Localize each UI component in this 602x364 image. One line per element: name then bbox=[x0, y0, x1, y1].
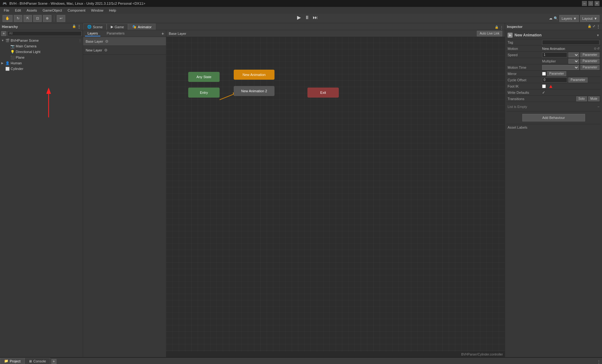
hierarchy-directional-light[interactable]: ▶ 💡 Directional Light bbox=[0, 49, 83, 55]
hierarchy-menu-icon[interactable]: ⋮ bbox=[77, 24, 81, 29]
menu-gameobject[interactable]: GameObject bbox=[40, 8, 65, 13]
menu-edit[interactable]: Edit bbox=[13, 8, 24, 13]
layers-dropdown[interactable]: Layers ▼ bbox=[559, 15, 579, 22]
inspector-menu-icon[interactable]: ⋮ bbox=[596, 24, 600, 29]
inspector-content: ▶ New Animation ▼ Tag Motion New Animati… bbox=[505, 30, 602, 357]
cylinder-label: Cylinder bbox=[11, 67, 23, 71]
tab-console[interactable]: 🖥 Console bbox=[24, 358, 50, 364]
inspector-mirror-checkbox[interactable] bbox=[542, 72, 546, 76]
inspector-anim-options[interactable]: ▼ bbox=[596, 34, 599, 37]
hierarchy-cylinder[interactable]: ▶ ⬜ Cylinder bbox=[0, 66, 83, 72]
pause-button[interactable]: ⏸ bbox=[303, 14, 311, 21]
inspector-motion-time-dropdown[interactable] bbox=[542, 65, 579, 70]
hierarchy-lock-icon[interactable]: 🔒 bbox=[72, 24, 76, 29]
menu-help[interactable]: Help bbox=[106, 8, 119, 13]
auto-live-link-button[interactable]: Auto Live Link bbox=[477, 31, 502, 36]
console-tab-label: Console bbox=[33, 359, 46, 363]
hierarchy-scene-root[interactable]: ▼ 🎬 BVHParser Scene ⋮ bbox=[0, 38, 83, 43]
toolbar-scale-btn[interactable]: ⇱ bbox=[24, 15, 32, 22]
inspector-mute-button[interactable]: Mute bbox=[588, 96, 599, 101]
state-new-animation-2[interactable]: New Animation 2 bbox=[234, 86, 274, 96]
unity-logo: 🎮 bbox=[3, 2, 7, 6]
bottom-menu-icon[interactable]: ⋮ bbox=[597, 360, 601, 364]
inspector-transitions-btns: Solo Mute bbox=[576, 96, 599, 101]
close-button[interactable]: ✕ bbox=[594, 1, 599, 6]
inspector-solo-button[interactable]: Solo bbox=[576, 96, 587, 101]
maximize-button[interactable]: □ bbox=[588, 1, 593, 6]
step-button[interactable]: ⏭ bbox=[312, 14, 319, 21]
tab-project[interactable]: 📁 Project bbox=[0, 358, 24, 364]
toolbar-search-icon[interactable]: 🔍 bbox=[554, 16, 558, 20]
project-add-button[interactable]: + bbox=[51, 359, 56, 364]
animator-parameters-tab[interactable]: Parameters bbox=[104, 31, 127, 36]
layers-add-button[interactable]: + bbox=[162, 31, 164, 36]
tab-animator[interactable]: 🎭 Animator bbox=[128, 24, 156, 30]
tab-scene[interactable]: 🌐 Scene bbox=[83, 24, 107, 30]
state-exit[interactable]: Exit bbox=[307, 88, 339, 98]
minimize-button[interactable]: ─ bbox=[582, 1, 587, 6]
list-empty-minus[interactable]: − bbox=[598, 105, 599, 109]
layer-new-gear[interactable]: ⚙ bbox=[104, 48, 108, 52]
state-entry[interactable]: Entry bbox=[188, 88, 220, 98]
game-tab-label: Game bbox=[115, 25, 124, 29]
inspector-motion-text: New Animation bbox=[542, 47, 565, 51]
toolbar-rotate-btn[interactable]: ↻ bbox=[14, 15, 22, 22]
toolbar-rect-btn[interactable]: ⊡ bbox=[33, 15, 42, 22]
window-title: BVH - BVHParser Scene - Windows, Mac, Li… bbox=[9, 2, 145, 5]
hierarchy-search[interactable] bbox=[8, 31, 82, 36]
inspector-foot-ik-checkbox[interactable] bbox=[542, 84, 546, 88]
inspector-speed-field[interactable] bbox=[542, 52, 567, 57]
layout-dropdown[interactable]: Layout ▼ bbox=[580, 15, 599, 22]
layer-base-gear[interactable]: ⚙ bbox=[105, 39, 109, 44]
hierarchy-add-button[interactable]: + bbox=[1, 31, 6, 36]
inspector-multiplier-param-btn[interactable]: Parameter bbox=[580, 59, 599, 64]
inspector-speed-dropdown[interactable] bbox=[568, 52, 579, 57]
bottom-area: 📁 Project 🖥 Console + ⋮ ▼ ★ Favorites 🔍 … bbox=[0, 357, 602, 364]
inspector-motion-target-icon[interactable]: ⊙ bbox=[594, 47, 596, 50]
layer-item-new[interactable]: New Layer ⚙ bbox=[83, 46, 166, 55]
tab-menu-icon[interactable]: ⋮ bbox=[500, 25, 503, 30]
inspector-header-icons: 🔒 ⤢ ⋮ bbox=[588, 24, 600, 29]
animator-canvas[interactable]: Base Layer Auto Live Link Any State bbox=[166, 30, 505, 357]
layer-base-name: Base Layer bbox=[86, 40, 103, 43]
inspector-speed-label: Speed bbox=[508, 53, 542, 57]
inspector-title: Inspector bbox=[507, 25, 523, 29]
tab-game[interactable]: ▶ Game bbox=[107, 24, 128, 30]
scene-dots[interactable]: ⋮ bbox=[78, 39, 83, 42]
inspector-cycle-offset-param-btn[interactable]: Parameter bbox=[568, 78, 588, 83]
menu-assets[interactable]: Assets bbox=[24, 8, 40, 13]
add-behaviour-button[interactable]: Add Behaviour bbox=[522, 114, 585, 121]
inspector-multiplier-dropdown[interactable] bbox=[568, 59, 579, 64]
toolbar-transform-btn[interactable]: ⊕ bbox=[43, 15, 51, 22]
inspector-mirror-value: Parameter bbox=[542, 71, 599, 76]
play-button[interactable]: ▶ bbox=[295, 14, 303, 21]
toolbar-undo-btn[interactable]: ↩ bbox=[57, 15, 65, 22]
toolbar-move-btn[interactable]: ✋ bbox=[3, 15, 13, 22]
hierarchy-main-camera[interactable]: ▶ 📷 Main Camera bbox=[0, 43, 83, 49]
inspector-tag-field[interactable] bbox=[542, 40, 599, 45]
layers-label: Layers bbox=[562, 17, 572, 20]
state-any-state[interactable]: Any State bbox=[188, 72, 220, 82]
inspector-expand-icon[interactable]: ⤢ bbox=[593, 24, 595, 29]
menu-file[interactable]: File bbox=[1, 8, 12, 13]
animator-tab-label: Animator bbox=[138, 25, 152, 29]
inspector-write-defaults-row: Write Defaults ✓ bbox=[506, 89, 601, 96]
tab-lock-icon[interactable]: 🔒 bbox=[495, 25, 498, 30]
inspector-lock-icon[interactable]: 🔒 bbox=[588, 24, 591, 29]
hierarchy-human[interactable]: ▶ 👤 Human bbox=[0, 60, 83, 66]
inspector-motion-refresh-icon[interactable]: ↺ bbox=[597, 47, 599, 50]
state-new-animation[interactable]: New Animation bbox=[234, 70, 274, 80]
menu-window[interactable]: Window bbox=[88, 8, 106, 13]
layer-item-base[interactable]: Base Layer ⚙ bbox=[83, 37, 166, 46]
inspector-cycle-offset-field[interactable] bbox=[542, 78, 567, 83]
inspector-header: Inspector 🔒 ⤢ ⋮ bbox=[505, 23, 602, 30]
inspector-mirror-param-btn[interactable]: Parameter bbox=[547, 71, 566, 76]
inspector-speed-param-btn[interactable]: Parameter bbox=[580, 52, 599, 57]
bottom-tab-icons: ⋮ bbox=[597, 360, 602, 364]
hierarchy-plane[interactable]: ▶ ⬛ Plane bbox=[0, 55, 83, 60]
cylinder-icon: ⬜ bbox=[5, 67, 10, 71]
inspector-motion-time-param-btn[interactable]: Parameter bbox=[580, 65, 599, 70]
menu-component[interactable]: Component bbox=[65, 8, 88, 13]
animator-layers-tab[interactable]: Layers bbox=[85, 31, 100, 36]
inspector-anim-name: New Animation bbox=[514, 33, 541, 37]
